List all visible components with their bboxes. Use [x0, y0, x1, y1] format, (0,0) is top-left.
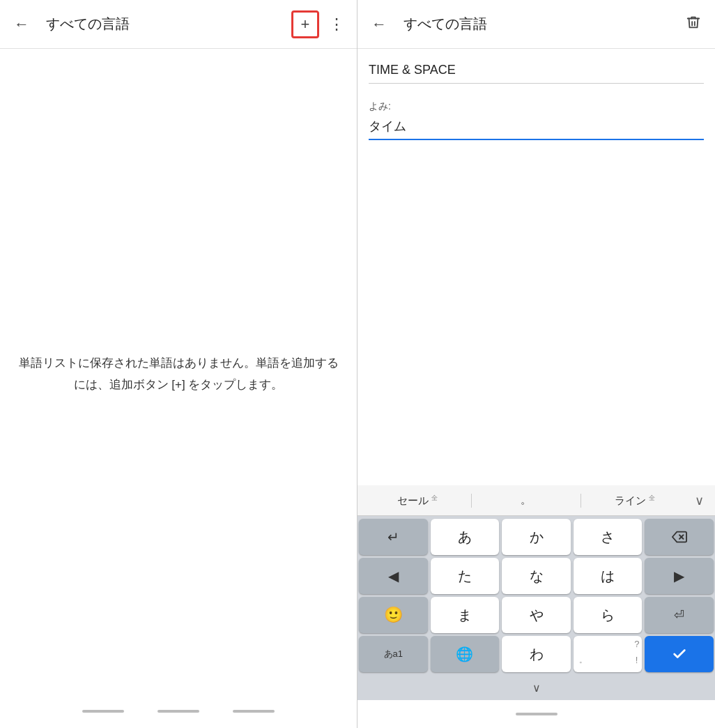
bottom-indicator-3	[233, 710, 275, 713]
left-panel: ← すべての言語 + ⋮ 単語リストに保存された単語はありません。単語を追加する…	[0, 0, 358, 728]
word-form: よみ:	[358, 49, 715, 485]
left-header-title: すべての言語	[46, 15, 291, 33]
key-enter[interactable]: ↵	[359, 519, 428, 555]
more-options-button[interactable]: ⋮	[325, 13, 348, 36]
empty-message: 単語リストに保存された単語はありません。単語を追加するには、追加ボタン [+] …	[17, 353, 340, 395]
key-mode[interactable]: あa1	[359, 636, 428, 672]
key-backspace[interactable]	[645, 519, 714, 555]
key-emoji[interactable]: 🙂	[359, 597, 428, 633]
key-ra[interactable]: ら	[574, 597, 643, 633]
suggestion-badge-1: 全	[431, 494, 438, 501]
suggestion-sale[interactable]: セール 全	[363, 488, 471, 513]
key-row-4: あa1 🌐 わ ? 。 !	[359, 636, 714, 672]
empty-state: 単語リストに保存された単語はありません。単語を追加するには、追加ボタン [+] …	[0, 49, 357, 700]
key-space[interactable]: ⏎	[645, 597, 714, 633]
key-right[interactable]: ▶	[645, 558, 714, 594]
right-back-button[interactable]: ←	[366, 13, 392, 36]
left-bottom-bar	[0, 700, 357, 728]
left-back-button[interactable]: ←	[8, 13, 35, 36]
right-bottom-indicator	[516, 713, 558, 715]
key-row-2: ◀ た な は ▶	[359, 558, 714, 594]
key-left[interactable]: ◀	[359, 558, 428, 594]
add-icon: +	[301, 17, 310, 32]
yomi-field[interactable]	[369, 119, 704, 140]
key-a[interactable]: あ	[431, 519, 500, 555]
right-bottom-bar	[358, 700, 715, 728]
key-row-1: ↵ あ か さ	[359, 519, 714, 555]
key-na[interactable]: な	[502, 558, 571, 594]
bottom-indicator-2	[157, 710, 199, 713]
suggestion-expand-icon[interactable]: ∨	[689, 493, 709, 508]
right-header: ← すべての言語	[358, 0, 715, 49]
keyboard-collapse-icon[interactable]: ∨	[532, 681, 541, 695]
key-globe[interactable]: 🌐	[431, 636, 500, 672]
key-row-3: 🙂 ま や ら ⏎	[359, 597, 714, 633]
keyboard: セール 全 。 ライン 全 ∨ ↵ あ か さ	[358, 485, 715, 700]
bottom-indicator-1	[82, 710, 124, 713]
right-header-title: すべての言語	[403, 15, 680, 33]
suggestion-badge-2: 全	[649, 494, 655, 501]
key-sa[interactable]: さ	[574, 519, 643, 555]
suggestion-row: セール 全 。 ライン 全 ∨	[358, 485, 715, 516]
key-wa[interactable]: わ	[502, 636, 571, 672]
key-ya[interactable]: や	[502, 597, 571, 633]
keyboard-rows: ↵ あ か さ ◀ た な は ▶	[358, 516, 715, 675]
key-ma[interactable]: ま	[431, 597, 500, 633]
key-ka[interactable]: か	[502, 519, 571, 555]
suggestion-line[interactable]: ライン 全	[581, 488, 689, 513]
key-punctuation[interactable]: ? 。 !	[574, 636, 643, 672]
keyboard-bottom-bar: ∨	[358, 675, 715, 700]
right-panel: ← すべての言語 よみ: セール 全 。 ライン 全 ∨	[358, 0, 715, 728]
delete-word-button[interactable]	[680, 12, 707, 37]
key-confirm[interactable]	[645, 636, 714, 672]
left-header: ← すべての言語 + ⋮	[0, 0, 357, 49]
suggestion-period[interactable]: 。	[472, 488, 580, 513]
key-ha[interactable]: は	[574, 558, 643, 594]
add-word-button[interactable]: +	[291, 10, 319, 38]
word-field[interactable]	[369, 63, 704, 84]
key-ta[interactable]: た	[431, 558, 500, 594]
yomi-label: よみ:	[369, 100, 704, 113]
